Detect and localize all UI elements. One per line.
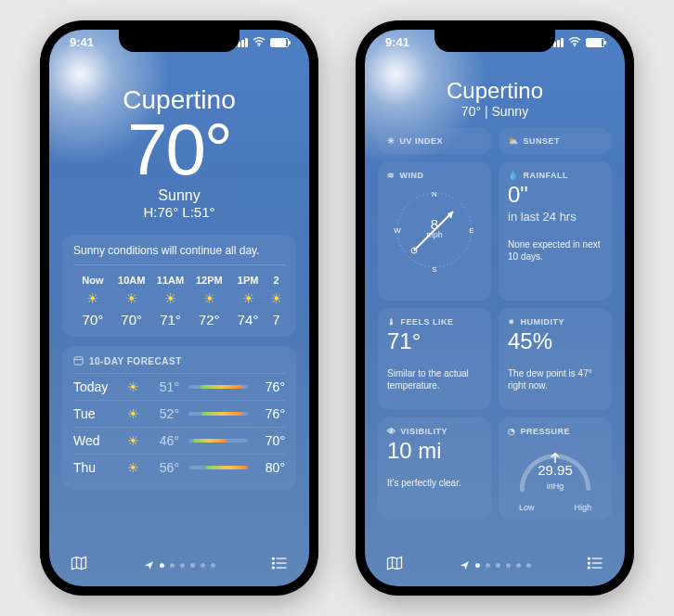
- phone-frame-left: 9:41 Cupertino 70° Sunny H:76° L:51° Sun…: [40, 20, 318, 596]
- uv-index-tile[interactable]: ☀UV INDEX: [378, 128, 491, 154]
- pressure-gauge: 29.95 inHg LowHigh: [508, 438, 603, 521]
- temperature-condition-line: 70° | Sunny: [378, 104, 612, 119]
- map-icon[interactable]: [385, 554, 404, 577]
- wifi-icon: [253, 36, 266, 49]
- svg-text:S: S: [432, 265, 436, 274]
- page-dots[interactable]: [460, 558, 531, 574]
- sun-icon: ☀: [228, 290, 267, 307]
- svg-point-20: [588, 567, 590, 569]
- thermometer-icon: 🌡: [387, 317, 396, 327]
- city-name: Cupertino: [378, 78, 612, 104]
- gauge-icon: ◔: [508, 427, 516, 436]
- humidity-icon: ⁕: [508, 317, 516, 327]
- hour-item: 11AM☀71°: [151, 275, 190, 327]
- sun-icon: ☀: [73, 290, 112, 307]
- humidity-tile[interactable]: ⁕HUMIDITY 45% The dew point is 47° right…: [499, 308, 612, 410]
- wifi-icon: [568, 36, 581, 49]
- sunset-tile[interactable]: ⛅SUNSET: [499, 128, 612, 154]
- location-arrow-icon: [460, 558, 470, 574]
- sun-icon: ☀: [189, 290, 228, 307]
- hour-item: 10AM☀70°: [112, 275, 151, 327]
- svg-text:W: W: [394, 226, 401, 235]
- daily-row[interactable]: Today☀51°76°: [73, 374, 285, 401]
- daily-row[interactable]: Wed☀46°70°: [73, 428, 285, 455]
- current-temperature: 70°: [62, 113, 296, 186]
- svg-text:N: N: [432, 190, 437, 199]
- phone-frame-right: 9:41 Cupertino 70° | Sunny ☀UV INDEX ⛅SU…: [356, 20, 634, 596]
- battery-icon: [586, 38, 604, 47]
- sun-icon: ☀: [387, 136, 395, 146]
- svg-point-5: [272, 567, 274, 569]
- map-icon[interactable]: [70, 554, 88, 577]
- svg-point-4: [272, 562, 274, 564]
- daily-row[interactable]: Thu☀56°80°: [73, 455, 285, 481]
- svg-rect-1: [74, 357, 83, 365]
- daily-forecast-header: 10-DAY FORECAST: [73, 355, 285, 374]
- bottom-bar: [49, 554, 309, 577]
- calendar-icon: [73, 355, 84, 367]
- status-right: [234, 35, 289, 49]
- visibility-value: 10 mi: [387, 438, 482, 464]
- hour-item: 12PM☀72°: [189, 275, 228, 327]
- visibility-tile[interactable]: 👁VISIBILITY 10 mi It's perfectly clear.: [378, 417, 491, 520]
- forecast-summary: Sunny conditions will continue all day.: [73, 244, 285, 265]
- daily-row[interactable]: Tue☀52°76°: [73, 401, 285, 428]
- page-dots[interactable]: [144, 558, 215, 574]
- notch: [434, 30, 555, 52]
- battery-icon: [270, 38, 289, 47]
- status-right: [550, 35, 604, 49]
- notch: [119, 30, 240, 52]
- daily-forecast-panel[interactable]: 10-DAY FORECAST Today☀51°76° Tue☀52°76° …: [62, 346, 296, 490]
- sun-icon: ☀: [123, 433, 142, 448]
- svg-point-18: [588, 558, 590, 559]
- sun-icon: ☀: [123, 379, 142, 394]
- svg-point-3: [272, 558, 274, 559]
- sun-icon: ☀: [267, 290, 285, 307]
- main-content[interactable]: Cupertino 70° Sunny H:76° L:51° Sunny co…: [49, 65, 309, 540]
- hourly-row[interactable]: Now☀70° 10AM☀70° 11AM☀71° 12PM☀72° 1PM☀7…: [73, 275, 285, 327]
- wind-compass: N E S W 8mph: [387, 184, 482, 276]
- sun-icon: ☀: [112, 290, 151, 307]
- humidity-value: 45%: [508, 328, 603, 354]
- svg-point-0: [258, 45, 260, 46]
- sun-icon: ☀: [151, 290, 190, 307]
- feels-like-tile[interactable]: 🌡FEELS LIKE 71° Similar to the actual te…: [378, 308, 491, 410]
- sun-icon: ☀: [123, 406, 142, 421]
- drop-icon: 💧: [508, 171, 519, 180]
- svg-point-9: [574, 45, 576, 46]
- high-low: H:76° L:51°: [62, 204, 296, 220]
- feels-like-value: 71°: [387, 328, 482, 354]
- hour-item: Now☀70°: [73, 275, 112, 327]
- list-icon[interactable]: [270, 554, 289, 577]
- main-content[interactable]: Cupertino 70° | Sunny ☀UV INDEX ⛅SUNSET …: [365, 65, 625, 540]
- rainfall-value: 0": [508, 182, 603, 208]
- detail-grid[interactable]: ☀UV INDEX ⛅SUNSET ≋WIND N E S W: [378, 128, 612, 520]
- sunset-icon: ⛅: [508, 136, 519, 146]
- bottom-bar: [365, 554, 625, 577]
- rainfall-footer: None expected in next 10 days.: [508, 238, 603, 263]
- rainfall-sub: in last 24 hrs: [508, 210, 603, 225]
- visibility-footer: It's perfectly clear.: [387, 477, 482, 489]
- hour-item: 2☀7: [267, 275, 285, 327]
- wind-icon: ≋: [387, 171, 395, 180]
- eye-icon: 👁: [387, 427, 396, 436]
- phone-screen-left: 9:41 Cupertino 70° Sunny H:76° L:51° Sun…: [49, 30, 309, 586]
- rainfall-tile[interactable]: 💧RAINFALL 0" in last 24 hrs None expecte…: [499, 161, 612, 301]
- status-time: 9:41: [385, 35, 409, 49]
- current-condition: Sunny: [62, 187, 296, 204]
- status-time: 9:41: [70, 35, 94, 49]
- hour-item: 1PM☀74°: [228, 275, 267, 327]
- svg-text:E: E: [469, 226, 473, 235]
- list-icon[interactable]: [586, 554, 604, 577]
- humidity-footer: The dew point is 47° right now.: [508, 367, 603, 391]
- feels-like-footer: Similar to the actual temperature.: [387, 367, 482, 391]
- wind-tile[interactable]: ≋WIND N E S W 8mph: [378, 161, 491, 301]
- location-arrow-icon: [144, 558, 154, 574]
- svg-point-19: [588, 562, 590, 564]
- hourly-forecast-panel[interactable]: Sunny conditions will continue all day. …: [62, 235, 296, 337]
- sun-icon: ☀: [123, 460, 142, 475]
- phone-screen-right: 9:41 Cupertino 70° | Sunny ☀UV INDEX ⛅SU…: [365, 30, 625, 586]
- pressure-tile[interactable]: ◔PRESSURE 29.95 inHg LowHigh: [499, 417, 612, 520]
